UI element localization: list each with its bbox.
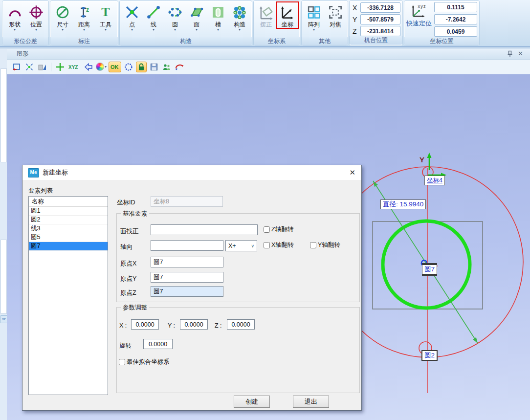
ribbon-group-other: 阵列 ▾ 对焦 其他 <box>302 1 348 45</box>
lock-icon[interactable] <box>136 62 147 72</box>
flip-view-icon[interactable] <box>37 62 47 72</box>
machine-z-value: -231.8414 <box>360 26 400 36</box>
flip-x-checkbox-input[interactable] <box>264 242 270 248</box>
focus-brackets-icon <box>328 3 343 21</box>
coord4-feature-label[interactable]: 坐标4 <box>424 176 445 185</box>
list-item[interactable]: 圆2 <box>29 216 108 224</box>
create-button[interactable]: 创建 <box>234 396 270 408</box>
ribbon-group-annotation: 尺寸 ▾ z 距离 ▾ T 工具 ▾ 标注 <box>50 1 118 45</box>
flip-y-checkbox[interactable]: Y轴翻转 <box>310 241 340 249</box>
zoom-extents-icon[interactable] <box>24 62 35 72</box>
pin-icon[interactable] <box>507 50 513 57</box>
list-item[interactable]: 圆5 <box>29 233 108 242</box>
face-align-label: 面找正 <box>120 227 139 236</box>
dock-tab[interactable] <box>0 240 7 314</box>
line-button[interactable]: 线 ▾ <box>143 2 164 32</box>
best-fit-checkbox-input[interactable] <box>119 359 125 365</box>
ribbon-group-machine-position: X -336.7128 Y -507.8579 Z -231.8414 机台位置 <box>350 1 402 45</box>
ribbon-group-form-tolerance: 形状 ▾ 位置 ▾ 形位公差 <box>2 1 48 45</box>
dialog-close-icon[interactable]: ✕ <box>349 169 355 177</box>
plane-button[interactable]: 面 ▾ <box>186 2 207 32</box>
ok-confirm-button[interactable]: OK <box>109 62 121 72</box>
position-target-icon <box>29 3 44 21</box>
dimension-button[interactable]: 尺寸 ▾ <box>52 2 73 32</box>
save-icon[interactable] <box>149 62 159 72</box>
exit-button[interactable]: 退出 <box>293 396 329 408</box>
slot-button[interactable]: 槽 ▾ <box>207 2 229 32</box>
array-button[interactable]: 阵列 ▾ <box>303 2 325 32</box>
face-align-input[interactable] <box>151 224 258 235</box>
distance-button[interactable]: z 距离 ▾ <box>73 2 95 32</box>
ribbon-group-construct: 点 ▾ 线 ▾ 圆 ▾ 面 ▾ <box>120 1 252 45</box>
rotation-label: 旋转 <box>119 342 132 350</box>
param-x-label: X : <box>119 322 127 329</box>
selection-circle-icon[interactable] <box>123 62 134 72</box>
group-caption: 形位公差 <box>2 37 48 45</box>
add-point-icon[interactable] <box>55 62 66 72</box>
axis-dir-input[interactable] <box>151 240 223 251</box>
coordinate-button[interactable]: 坐标 <box>277 2 298 28</box>
rotate-view-icon[interactable] <box>174 62 185 72</box>
dock-xyz-icon[interactable]: xz <box>0 315 7 323</box>
origin-x-input[interactable] <box>151 257 223 267</box>
undo-arrow-icon[interactable] <box>83 62 94 72</box>
list-item[interactable]: 圆1 <box>29 207 108 216</box>
color-wheel-icon[interactable]: ▾ <box>96 62 107 72</box>
svg-text:OK: OK <box>110 64 119 70</box>
fit-region-icon[interactable] <box>11 62 22 72</box>
graphics-panel-title: 图形 <box>17 50 28 58</box>
diameter-arrowhead <box>473 337 478 343</box>
flip-z-checkbox[interactable]: Z轴翻转 <box>264 225 293 234</box>
param-z-input[interactable] <box>227 319 255 330</box>
dropdown-caret-icon: ▾ <box>239 28 241 32</box>
group-caption: 标注 <box>50 37 118 45</box>
align-button[interactable]: 摆正 <box>255 2 277 28</box>
position-button[interactable]: 位置 ▾ <box>25 2 47 32</box>
param-y-label: Y : <box>168 322 175 329</box>
dropdown-caret-icon: ▾ <box>83 28 85 32</box>
params-legend: 参数调整 <box>121 304 149 312</box>
svg-text:z: z <box>86 6 89 13</box>
dialog-title: 新建坐标 <box>43 168 68 177</box>
best-fit-checkbox[interactable]: 最佳拟合坐标系 <box>119 358 170 366</box>
circle7-feature-label[interactable]: 圆7 <box>422 263 437 276</box>
dock-tab[interactable] <box>0 68 7 162</box>
quick-locate-button[interactable]: xyz 快速定位 <box>406 2 432 37</box>
select-chevron-icon: ∨ <box>251 243 254 248</box>
point-button[interactable]: 点 ▾ <box>121 2 143 32</box>
probe-users-icon[interactable] <box>161 62 172 72</box>
element-listbox[interactable]: 名称 圆1 圆2 线3 圆5 圆7 <box>28 196 108 395</box>
distance-icon: z <box>77 3 91 21</box>
xyz-display-icon[interactable]: XYZ <box>67 62 81 72</box>
flip-x-checkbox[interactable]: X轴翻转 <box>264 241 294 249</box>
dialog-titlebar[interactable]: Me 新建坐标 ✕ <box>22 165 361 180</box>
dropdown-caret-icon: ▾ <box>14 28 16 32</box>
y-axis-label: Y <box>420 155 424 164</box>
toolbar-separator <box>51 63 51 71</box>
axis-z-label: Z <box>353 27 360 35</box>
list-item-selected[interactable]: 圆7 <box>29 242 108 251</box>
close-panel-icon[interactable]: ✕ <box>518 50 523 57</box>
param-x-input[interactable] <box>131 319 159 330</box>
axis-direction-select[interactable]: X+ ∨ <box>225 240 257 251</box>
circle-button[interactable]: 圆 ▾ <box>164 2 186 32</box>
flip-z-checkbox-input[interactable] <box>264 226 270 233</box>
dropdown-caret-icon: ▾ <box>131 28 133 32</box>
dropdown-caret-icon: ▾ <box>313 28 315 32</box>
coordinate-axes-icon <box>280 3 295 21</box>
rotation-input[interactable] <box>143 339 173 349</box>
construct-button[interactable]: 构造 ▾ <box>229 2 250 32</box>
param-y-input[interactable] <box>180 319 208 330</box>
origin-z-input[interactable] <box>151 286 223 297</box>
list-header-name: 名称 <box>29 197 108 207</box>
origin-y-input[interactable] <box>151 272 223 283</box>
graphics-panel-header: 图形 ✕ <box>0 49 530 60</box>
graphics-toolbar: XYZ ▾ OK <box>7 60 530 74</box>
dropdown-caret-icon: ▾ <box>217 28 219 32</box>
flip-y-checkbox-input[interactable] <box>310 242 316 248</box>
circle2-feature-label[interactable]: 圆2 <box>421 350 438 361</box>
focus-button[interactable]: 对焦 <box>325 2 346 28</box>
tools-button[interactable]: T 工具 ▾ <box>95 2 116 32</box>
list-item[interactable]: 线3 <box>29 224 108 233</box>
shape-button[interactable]: 形状 ▾ <box>4 2 25 32</box>
